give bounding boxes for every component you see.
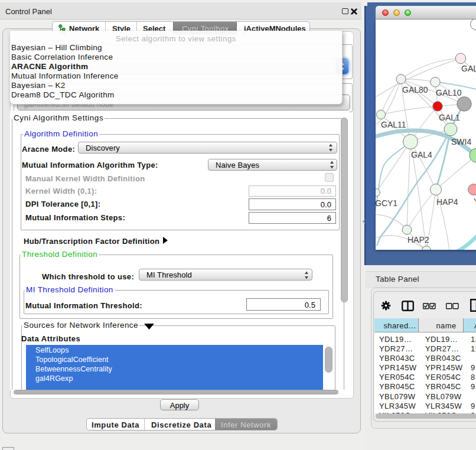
svg-text:GAL10: GAL10 xyxy=(436,88,462,97)
svg-text:HAP2: HAP2 xyxy=(407,235,429,244)
svg-text:GAL: GAL xyxy=(461,64,476,73)
svg-text:GAL4: GAL4 xyxy=(411,150,432,159)
svg-text:GCY1: GCY1 xyxy=(376,198,397,208)
svg-text:Y: Y xyxy=(474,197,476,206)
svg-text:GAL11: GAL11 xyxy=(381,120,406,129)
svg-text:SWI4: SWI4 xyxy=(451,137,471,146)
svg-text:GAL1: GAL1 xyxy=(439,113,460,122)
svg-text:HAP4: HAP4 xyxy=(436,197,458,207)
svg-text:GAL80: GAL80 xyxy=(402,85,428,94)
